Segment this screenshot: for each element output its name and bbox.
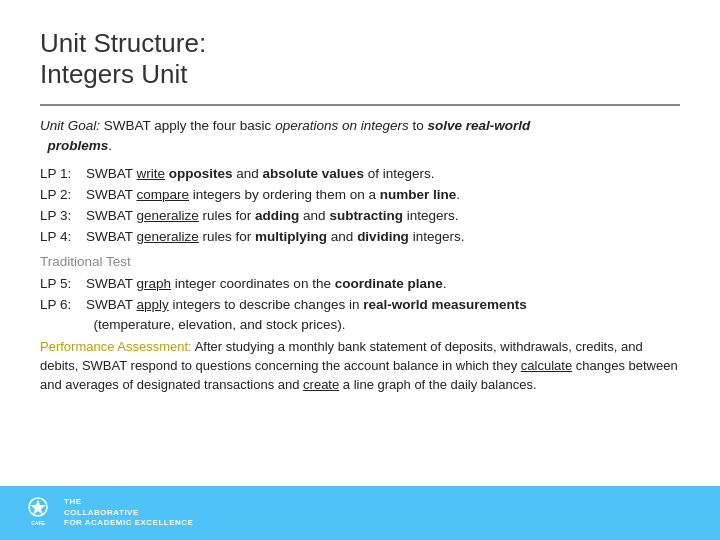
title-line2: Integers Unit (40, 59, 680, 90)
lp-row-4: LP 4: SWBAT generalize rules for multipl… (40, 227, 680, 247)
svg-text:CAFE: CAFE (31, 520, 45, 526)
lp5-num: LP 5: (40, 274, 86, 294)
divider (40, 104, 680, 106)
lp4-text: SWBAT generalize rules for multiplying a… (86, 227, 680, 247)
lp-row-6: LP 6: SWBAT apply integers to describe c… (40, 295, 680, 334)
cafe-logo-icon: CAFE (20, 495, 56, 531)
lp3-num: LP 3: (40, 206, 86, 226)
title-line1: Unit Structure: (40, 28, 680, 59)
pa-text3: a line graph of the daily balances. (339, 377, 536, 392)
lp2-text: SWBAT compare integers by ordering them … (86, 185, 680, 205)
lp-row-3: LP 3: SWBAT generalize rules for adding … (40, 206, 680, 226)
lp3-text: SWBAT generalize rules for adding and su… (86, 206, 680, 226)
lp4-num: LP 4: (40, 227, 86, 247)
lp1-text: SWBAT write opposites and absolute value… (86, 164, 680, 184)
unit-goal-label: Unit Goal: (40, 118, 100, 133)
performance-assessment: Performance Assessment: After studying a… (40, 338, 680, 395)
lp6-num: LP 6: (40, 295, 86, 334)
pa-calculate: calculate (521, 358, 572, 373)
logo-line2: COLLABORATIVE (64, 508, 193, 518)
lp6-text: SWBAT apply integers to describe changes… (86, 295, 680, 334)
unit-goal-text3: problems. (40, 138, 112, 153)
bottom-bar: CAFE THE COLLABORATIVE FOR ACADEMIC EXCE… (0, 486, 720, 540)
pa-create: create (303, 377, 339, 392)
unit-goal-solve: solve real-world (428, 118, 531, 133)
title-block: Unit Structure: Integers Unit (40, 28, 680, 90)
traditional-test-label: Traditional Test (40, 252, 680, 272)
svg-marker-1 (30, 499, 46, 515)
lp-list: LP 1: SWBAT write opposites and absolute… (40, 164, 680, 248)
unit-goal-ops: operations on integers (275, 118, 409, 133)
lp2-num: LP 2: (40, 185, 86, 205)
unit-goal-text1: SWBAT apply the four basic (104, 118, 275, 133)
unit-goal: Unit Goal: SWBAT apply the four basic op… (40, 116, 680, 155)
lp-row-5: LP 5: SWBAT graph integer coordinates on… (40, 274, 680, 294)
logo-text: THE COLLABORATIVE FOR ACADEMIC EXCELLENC… (64, 497, 193, 528)
lp-row-1: LP 1: SWBAT write opposites and absolute… (40, 164, 680, 184)
unit-goal-text2: to (412, 118, 427, 133)
logo-block: CAFE THE COLLABORATIVE FOR ACADEMIC EXCE… (20, 495, 193, 531)
lp1-num: LP 1: (40, 164, 86, 184)
pa-label: Performance Assessment: (40, 339, 192, 354)
lp5-text: SWBAT graph integer coordinates on the c… (86, 274, 680, 294)
logo-line3: FOR ACADEMIC EXCELLENCE (64, 518, 193, 528)
lp-row-2: LP 2: SWBAT compare integers by ordering… (40, 185, 680, 205)
logo-line1: THE (64, 497, 193, 507)
main-content: Unit Structure: Integers Unit Unit Goal:… (0, 0, 720, 415)
